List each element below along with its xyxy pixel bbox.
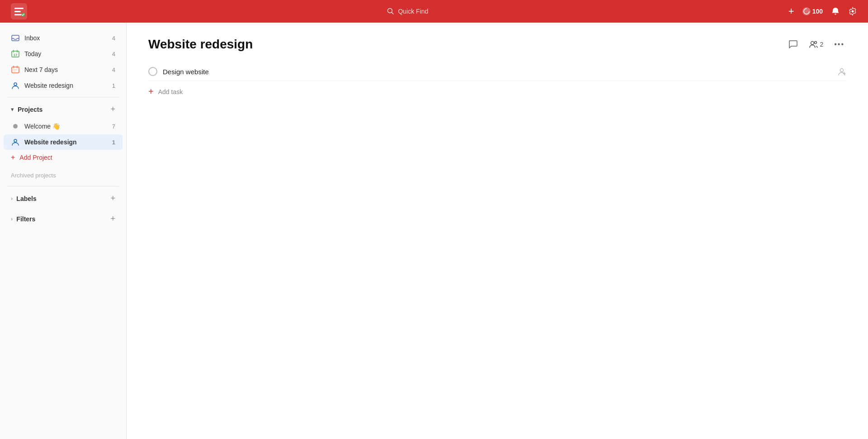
task-text: Design website [163, 68, 832, 76]
svg-point-22 [811, 42, 814, 45]
add-project-label: Add Project [19, 154, 52, 161]
inbox-count: 4 [112, 35, 115, 42]
website-redesign-project-label: Website redesign [24, 138, 108, 146]
projects-divider [7, 97, 119, 97]
svg-line-6 [392, 13, 394, 14]
task-assign-icon[interactable] [837, 67, 846, 76]
archived-projects-label: Archived projects [0, 168, 126, 182]
welcome-dot [11, 122, 20, 131]
projects-section-header[interactable]: ▾ Projects + [4, 101, 123, 118]
website-redesign-nav-count: 1 [112, 82, 115, 89]
svg-rect-3 [14, 14, 22, 15]
labels-section-header[interactable]: › Labels + [4, 190, 123, 207]
task-checkbox[interactable] [148, 67, 157, 76]
members-button[interactable]: 2 [807, 38, 825, 51]
add-task-plus-icon: + [148, 86, 154, 97]
settings-icon[interactable] [848, 7, 857, 16]
svg-point-21 [14, 139, 17, 142]
add-project-plus: + [11, 153, 15, 162]
svg-text:17: 17 [14, 53, 18, 57]
projects-section-title: Projects [18, 106, 107, 113]
topbar-left [11, 3, 27, 19]
sidebar-item-website-redesign-nav[interactable]: Website redesign 1 [4, 78, 123, 93]
comment-icon[interactable] [786, 38, 800, 51]
svg-point-9 [851, 10, 854, 13]
task-item: Design website [148, 62, 846, 81]
project-header: Website redesign 2 [148, 37, 846, 52]
filters-section-header[interactable]: › Filters + [4, 210, 123, 227]
projects-chevron: ▾ [11, 106, 14, 113]
logo[interactable] [11, 3, 27, 19]
next7-icon [11, 65, 20, 74]
next7-count: 4 [112, 67, 115, 73]
add-filter-icon[interactable]: + [110, 214, 115, 224]
next7-label: Next 7 days [24, 66, 108, 73]
sidebar-item-website-redesign[interactable]: Website redesign 1 [4, 134, 123, 150]
search-label: Quick Find [398, 8, 428, 15]
add-project-icon[interactable]: + [110, 105, 115, 114]
today-count: 4 [112, 51, 115, 57]
welcome-label: Welcome 👋 [24, 123, 108, 130]
svg-rect-10 [12, 35, 19, 41]
filters-chevron: › [11, 215, 13, 222]
sidebar-item-today[interactable]: 17 Today 4 [4, 46, 123, 62]
add-label-icon[interactable]: + [110, 194, 115, 203]
svg-rect-1 [14, 8, 24, 9]
sidebar-item-next7[interactable]: Next 7 days 4 [4, 62, 123, 77]
svg-rect-2 [14, 11, 21, 12]
task-list: Design website [148, 62, 846, 81]
search-bar[interactable]: Quick Find [387, 8, 428, 15]
more-options-icon[interactable]: ••• [832, 38, 846, 50]
karma-count: 100 [812, 8, 823, 15]
svg-point-23 [815, 42, 817, 44]
filters-section-title: Filters [16, 215, 107, 223]
labels-chevron: › [11, 195, 13, 202]
svg-point-20 [14, 83, 17, 86]
search-icon [387, 8, 394, 15]
website-redesign-project-count: 1 [112, 139, 115, 146]
labels-section-title: Labels [16, 195, 107, 202]
member-count-text: 2 [820, 41, 823, 48]
website-redesign-person-icon [11, 138, 20, 147]
inbox-label: Inbox [24, 34, 108, 42]
website-redesign-nav-label: Website redesign [24, 82, 108, 89]
add-task-label: Add task [158, 88, 183, 95]
person-icon [11, 81, 20, 90]
layout: Inbox 4 17 Today 4 [0, 23, 868, 439]
add-button[interactable]: + [788, 5, 794, 17]
sidebar: Inbox 4 17 Today 4 [0, 23, 127, 439]
labels-divider [7, 186, 119, 186]
karma-badge[interactable]: 100 [802, 7, 823, 15]
notifications-icon[interactable] [831, 7, 840, 16]
main-content: Website redesign 2 [127, 23, 868, 439]
sidebar-item-inbox[interactable]: Inbox 4 [4, 30, 123, 46]
add-task-button[interactable]: + Add task [148, 81, 846, 102]
add-project-button[interactable]: + Add Project [4, 150, 123, 165]
topbar-right: + 100 [788, 5, 857, 17]
project-title: Website redesign [148, 37, 253, 52]
today-label: Today [24, 50, 108, 57]
inbox-icon [11, 33, 20, 43]
today-icon: 17 [11, 49, 20, 58]
welcome-count: 7 [112, 123, 115, 130]
project-actions: 2 ••• [786, 38, 846, 51]
svg-point-24 [840, 69, 844, 72]
topbar: Quick Find + 100 [0, 0, 868, 23]
sidebar-item-welcome[interactable]: Welcome 👋 7 [4, 119, 123, 134]
